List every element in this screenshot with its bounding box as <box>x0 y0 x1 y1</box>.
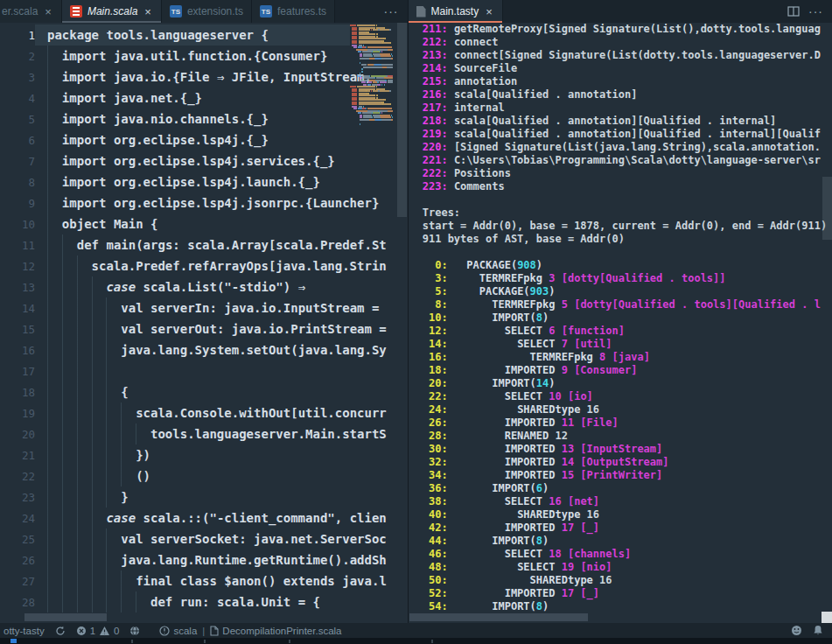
tasty-line[interactable]: 0: PACKAGE(908) <box>416 259 832 272</box>
tasty-line[interactable]: 216: scala[Qualified . annotation] <box>416 88 832 102</box>
tasty-line[interactable]: 218: scala[Qualified . annotation][Quali… <box>416 115 832 128</box>
tasty-line[interactable] <box>416 246 832 259</box>
tasty-line[interactable]: 5: PACKAGE(903) <box>416 285 832 298</box>
tasty-line[interactable]: 8: TERMREFpkg 5 [dotty[Qualified . tools… <box>416 298 832 312</box>
tab-main-scala[interactable]: Main.scala × <box>62 0 162 23</box>
live-share-item[interactable] <box>129 626 140 636</box>
code-line[interactable]: 28def run: scala.Unit = { <box>0 592 408 612</box>
code-line[interactable]: 5import java.nio.channels.{_} <box>0 108 408 130</box>
tasty-line[interactable]: 50: SHAREDtype 16 <box>416 574 832 587</box>
problems-item[interactable]: 1 0 <box>76 626 120 636</box>
tasty-line[interactable]: 36: IMPORT(6) <box>416 482 832 495</box>
close-icon[interactable]: × <box>143 5 153 18</box>
code-line[interactable]: 2import java.util.function.{Consumer} <box>0 46 408 66</box>
code-line[interactable]: 1package tools.languageserver { <box>0 24 408 46</box>
notifications-bell-icon[interactable] <box>813 625 823 636</box>
left-horizontal-scrollbar[interactable] <box>24 613 107 621</box>
code-line[interactable]: 9import org.eclipse.lsp4j.jsonrpc.{Launc… <box>0 192 408 214</box>
tasty-line[interactable]: Trees: <box>416 206 832 220</box>
tasty-line[interactable]: 38: SELECT 16 [net] <box>416 495 832 508</box>
split-editor-icon[interactable] <box>787 5 800 18</box>
tasty-line[interactable]: 214: SourceFile <box>416 62 832 75</box>
tasty-line[interactable]: 48: SELECT 19 [nio] <box>416 561 832 574</box>
code-line[interactable]: 17 <box>0 360 408 382</box>
sync-button[interactable] <box>55 626 66 636</box>
tab-er-scala[interactable]: er.scala × <box>0 0 62 23</box>
code-line[interactable]: 13case scala.List("-stdio") ⇒ <box>0 276 408 298</box>
code-line[interactable]: 20tools.languageserver.Main.startS <box>0 424 408 444</box>
tasty-line[interactable]: 30: IMPORTED 13 [InputStream] <box>416 443 832 456</box>
tasty-line[interactable]: 46: SELECT 18 [channels] <box>416 548 832 561</box>
tasty-line[interactable]: 213: connect[Signed Signature(List(dotty… <box>416 49 832 62</box>
tasty-line[interactable]: 20: IMPORT(14) <box>416 377 832 390</box>
tasty-line[interactable]: 212: connect <box>416 36 832 49</box>
code-line[interactable]: 27final class $anon() extends java.l <box>0 570 408 592</box>
code-line[interactable]: 24case scala.::("-client_command", clien <box>0 508 408 528</box>
more-actions-icon[interactable]: ··· <box>808 4 823 18</box>
right-horizontal-scrollbar[interactable] <box>409 613 588 621</box>
tasty-line[interactable]: 54: IMPORT(8) <box>416 600 832 613</box>
code-line[interactable]: 18{ <box>0 382 408 402</box>
tasty-line[interactable]: 12: SELECT 6 [function] <box>416 325 832 338</box>
tab-extension-ts[interactable]: TS extension.ts <box>162 0 252 23</box>
tasty-line[interactable]: 16: TERMREFpkg 8 [java] <box>416 351 832 364</box>
tasty-line[interactable]: 220: [Signed Signature(List(java.lang.St… <box>416 141 832 154</box>
code-line[interactable]: 10object Main { <box>0 214 408 234</box>
tasty-line[interactable]: 24: SHAREDtype 16 <box>416 403 832 416</box>
tasty-line[interactable]: 26: IMPORTED 11 [File] <box>416 416 832 430</box>
code-line[interactable]: 4import java.net.{_} <box>0 88 408 108</box>
tasty-line[interactable]: 223: Comments <box>416 180 832 193</box>
tasty-line[interactable]: 222: Positions <box>416 167 832 180</box>
code-line[interactable]: 21}) <box>0 444 408 466</box>
scrollbar-thumb[interactable] <box>822 177 832 240</box>
close-icon[interactable]: × <box>43 5 53 18</box>
code-line[interactable]: 25val serverSocket: java.net.ServerSoc <box>0 528 408 550</box>
code-line[interactable]: 11def main(args: scala.Array[scala.Prede… <box>0 234 408 256</box>
tasty-line[interactable]: 34: IMPORTED 15 [PrintWriter] <box>416 469 832 482</box>
tasty-line[interactable]: 221: C:\Users\Tobias\Programming\Scala\d… <box>416 154 832 167</box>
tasty-line[interactable]: start = Addr(0), base = 1878, current = … <box>416 220 832 233</box>
tasty-line[interactable]: 22: SELECT 10 [io] <box>416 390 832 403</box>
tasty-editor[interactable]: 211: getRemoteProxy[Signed Signature(Lis… <box>409 23 832 623</box>
tasty-line[interactable]: 219: scala[Qualified . annotation][Quali… <box>416 128 832 141</box>
code-line[interactable]: 3import java.io.{File ⇒ JFile, InputStre… <box>0 66 408 88</box>
tasty-line[interactable]: 3: TERMREFpkg 3 [dotty[Qualified . tools… <box>416 272 832 285</box>
code-line[interactable]: 8import org.eclipse.lsp4j.launch.{_} <box>0 172 408 192</box>
language-status-item[interactable]: scala | DecompilationPrinter.scala <box>159 626 341 636</box>
tasty-line[interactable]: 14: SELECT 7 [util] <box>416 338 832 351</box>
code-line[interactable]: 26java.lang.Runtime.getRuntime().addSh <box>0 550 408 570</box>
code-line[interactable]: 19scala.Console.withOut[util.concurr <box>0 402 408 424</box>
close-icon[interactable]: × <box>484 5 494 18</box>
feedback-smiley-icon[interactable] <box>791 625 802 636</box>
scala-editor[interactable]: 1package tools.languageserver {2import j… <box>0 23 408 623</box>
scrollbar-thumb[interactable] <box>397 23 407 217</box>
tasty-line[interactable]: 32: IMPORTED 14 [OutputStream] <box>416 456 832 469</box>
minimap[interactable] <box>350 24 395 623</box>
code-line[interactable]: 23} <box>0 486 408 508</box>
code-line[interactable]: 15val serverOut: java.io.PrintStream = <box>0 318 408 340</box>
tab-features-ts[interactable]: TS features.ts <box>252 0 335 23</box>
tasty-line[interactable]: 44: IMPORT(8) <box>416 535 832 548</box>
tasty-line[interactable]: 40: SHAREDtype 16 <box>416 508 832 522</box>
code-line[interactable]: 6import org.eclipse.lsp4j.{_} <box>0 130 408 150</box>
code-line[interactable]: 22() <box>0 466 408 486</box>
tasty-line[interactable]: 42: IMPORTED 17 [_] <box>416 522 832 535</box>
code-line[interactable]: 7import org.eclipse.lsp4j.services.{_} <box>0 150 408 172</box>
tab-main-tasty[interactable]: Main.tasty × <box>409 0 503 23</box>
tasty-line[interactable]: 911 bytes of AST, base = Addr(0) <box>416 233 832 246</box>
tasty-line[interactable]: 28: RENAMED 12 <box>416 430 832 443</box>
code-line[interactable]: 16java.lang.System.setOut(java.lang.Sy <box>0 340 408 360</box>
tasty-line[interactable]: 211: getRemoteProxy[Signed Signature(Lis… <box>416 23 832 36</box>
code-line[interactable]: 14val serverIn: java.io.InputStream = <box>0 298 408 318</box>
git-branch-item[interactable]: otty-tasty <box>3 626 45 636</box>
tasty-line[interactable]: 217: internal <box>416 102 832 115</box>
tasty-line[interactable]: 18: IMPORTED 9 [Consumer] <box>416 364 832 377</box>
more-actions-icon[interactable]: ··· <box>384 4 399 18</box>
right-vertical-scrollbar[interactable] <box>822 23 832 623</box>
code-line[interactable]: 12scala.Predef.refArrayOps[java.lang.Str… <box>0 256 408 276</box>
tasty-line[interactable]: 52: IMPORTED 17 [_] <box>416 587 832 600</box>
tasty-line[interactable]: 10: IMPORT(8) <box>416 312 832 325</box>
tasty-line[interactable] <box>416 193 832 206</box>
left-vertical-scrollbar[interactable] <box>396 23 408 623</box>
tasty-line[interactable]: 215: annotation <box>416 75 832 88</box>
